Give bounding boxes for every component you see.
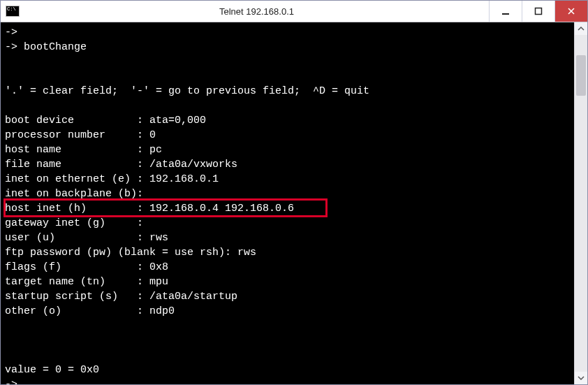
- terminal-line: value = 0 = 0x0: [5, 363, 570, 377]
- terminal-line: [5, 69, 570, 84]
- window-title: Telnet 192.168.0.1: [24, 1, 489, 22]
- svg-rect-0: [502, 13, 509, 15]
- chevron-down-icon: [578, 375, 585, 382]
- terminal-line: [5, 55, 570, 69]
- terminal-line: [5, 99, 570, 113]
- close-icon: [567, 7, 575, 15]
- terminal-line: user (u) : rws: [5, 231, 570, 245]
- title-bar[interactable]: Telnet 192.168.0.1: [1, 1, 587, 22]
- terminal-line: [5, 319, 570, 333]
- minimize-icon: [501, 7, 510, 15]
- terminal-area: ->-> bootChange '.' = clear field; '-' =…: [1, 22, 587, 384]
- app-window: Telnet 192.168.0.1 ->-> bootChange '.': [0, 0, 588, 385]
- terminal-line: gateway inet (g) :: [5, 216, 570, 231]
- terminal-line: boot device : ata=0,000: [5, 113, 570, 128]
- maximize-button[interactable]: [522, 1, 554, 22]
- terminal-output[interactable]: ->-> bootChange '.' = clear field; '-' =…: [1, 22, 574, 384]
- minimize-button[interactable]: [489, 1, 522, 22]
- terminal-line: other (o) : ndp0: [5, 304, 570, 319]
- terminal-line: startup script (s) : /ata0a/startup: [5, 289, 570, 304]
- scroll-down-button[interactable]: [575, 372, 587, 384]
- terminal-line: target name (tn) : mpu: [5, 275, 570, 289]
- terminal-line: file name : /ata0a/vxworks: [5, 157, 570, 172]
- window-buttons: [489, 1, 587, 22]
- terminal-line: '.' = clear field; '-' = go to previous …: [5, 84, 570, 99]
- terminal-line: [5, 348, 570, 363]
- chevron-up-icon: [578, 25, 585, 32]
- terminal-line: -> bootChange: [5, 40, 570, 55]
- terminal-line: processor number : 0: [5, 128, 570, 143]
- maximize-icon: [534, 7, 543, 15]
- vertical-scrollbar[interactable]: [574, 22, 587, 384]
- scroll-up-button[interactable]: [575, 22, 587, 35]
- terminal-line: ftp password (pw) (blank = use rsh): rws: [5, 245, 570, 260]
- terminal-line: inet on ethernet (e) : 192.168.0.1: [5, 172, 570, 187]
- terminal-line: ->: [5, 377, 570, 384]
- highlight-box: [3, 198, 328, 217]
- scroll-thumb[interactable]: [576, 55, 586, 96]
- app-icon-slot: [1, 1, 24, 22]
- terminal-line: ->: [5, 25, 570, 40]
- terminal-line: [5, 333, 570, 348]
- terminal-line: flags (f) : 0x8: [5, 260, 570, 275]
- scroll-track[interactable]: [575, 35, 587, 372]
- terminal-line: host name : pc: [5, 143, 570, 157]
- close-button[interactable]: [554, 1, 587, 22]
- cmd-prompt-icon: [6, 6, 20, 17]
- svg-rect-1: [536, 8, 542, 15]
